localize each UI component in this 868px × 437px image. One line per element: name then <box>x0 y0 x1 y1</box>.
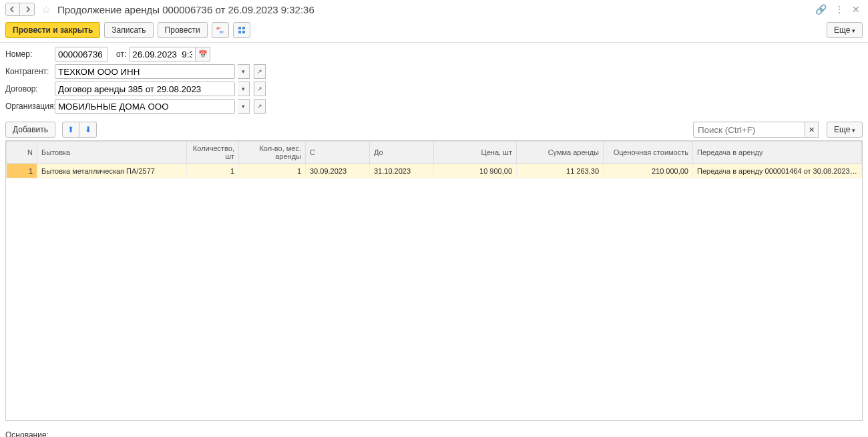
number-label: Номер: <box>5 49 52 59</box>
search-clear-icon[interactable]: ✕ <box>805 122 819 138</box>
org-label: Организация: <box>5 102 52 111</box>
arrow-down-icon: ⬇ <box>85 125 91 134</box>
arrow-up-icon: ⬆ <box>67 125 74 134</box>
contract-dropdown-icon[interactable]: ▾ <box>238 82 250 96</box>
counterparty-open-icon[interactable]: ↗ <box>254 64 266 79</box>
col-price[interactable]: Цена, шт <box>434 142 517 164</box>
close-icon[interactable]: ✕ <box>852 4 860 15</box>
from-date-label: от: <box>116 49 126 59</box>
org-open-icon[interactable]: ↗ <box>254 99 266 114</box>
calendar-icon[interactable]: 📅 <box>196 47 210 61</box>
nav-forward-button[interactable] <box>20 3 35 16</box>
col-n[interactable]: N <box>7 142 37 164</box>
cell-qty[interactable]: 1 <box>187 164 239 178</box>
add-row-button[interactable]: Добавить <box>5 122 55 138</box>
svg-text:Кт: Кт <box>220 30 224 34</box>
move-up-button[interactable]: ⬆ <box>62 122 79 138</box>
svg-rect-2 <box>238 27 241 29</box>
counterparty-label: Контрагент: <box>5 67 52 76</box>
table-more-button[interactable]: Еще <box>827 122 863 138</box>
col-est-value[interactable]: Оценочная стоимость <box>604 142 693 164</box>
nav-back-button[interactable] <box>5 3 20 16</box>
kebab-menu-icon[interactable]: ⋮ <box>835 4 844 15</box>
structure-button[interactable] <box>233 22 250 38</box>
contract-field[interactable] <box>55 82 235 96</box>
post-button[interactable]: Провести <box>158 22 208 38</box>
cell-est-value[interactable]: 210 000,00 <box>604 164 693 178</box>
cell-item[interactable]: Бытовка металлическая ПА/2577 <box>37 164 187 178</box>
cell-n[interactable]: 1 <box>7 164 37 178</box>
counterparty-dropdown-icon[interactable]: ▾ <box>238 64 250 79</box>
col-transfer[interactable]: Передача в аренду <box>693 142 862 164</box>
cell-months[interactable]: 1 <box>239 164 306 178</box>
number-field[interactable] <box>55 47 108 61</box>
contract-open-icon[interactable]: ↗ <box>254 82 266 96</box>
svg-rect-5 <box>242 31 245 33</box>
org-dropdown-icon[interactable]: ▾ <box>238 99 250 114</box>
search-input[interactable] <box>693 122 805 138</box>
col-rent-sum[interactable]: Сумма аренды <box>517 142 604 164</box>
cell-from[interactable]: 30.09.2023 <box>306 164 370 178</box>
svg-rect-3 <box>242 27 245 29</box>
page-title: Продолжение аренды 000006736 от 26.09.20… <box>57 4 813 15</box>
post-and-close-button[interactable]: Провести и закрыть <box>5 22 100 38</box>
counterparty-field[interactable] <box>55 64 235 79</box>
col-item[interactable]: Бытовка <box>37 142 187 164</box>
contract-label: Договор: <box>5 84 52 94</box>
table-row[interactable]: 1 Бытовка металлическая ПА/2577 1 1 30.0… <box>7 164 862 178</box>
org-field[interactable] <box>55 99 235 114</box>
toolbar-more-button[interactable]: Еще <box>827 22 863 38</box>
move-down-button[interactable]: ⬇ <box>79 122 97 138</box>
link-icon[interactable]: 🔗 <box>815 4 827 15</box>
svg-rect-4 <box>238 31 241 33</box>
debit-credit-button[interactable]: Ат Кт <box>212 22 229 38</box>
col-months[interactable]: Кол-во, мес. аренды <box>239 142 306 164</box>
cell-transfer[interactable]: Передача в аренду 000001464 от 30.08.202… <box>693 164 862 178</box>
cell-rent-sum[interactable]: 11 263,30 <box>517 164 604 178</box>
date-field[interactable] <box>129 47 196 61</box>
basis-label: Основание: <box>5 430 59 437</box>
save-button[interactable]: Записать <box>104 22 153 38</box>
col-from[interactable]: С <box>306 142 370 164</box>
favorite-star-icon[interactable]: ☆ <box>41 3 51 16</box>
col-to[interactable]: До <box>370 142 434 164</box>
col-qty[interactable]: Количество, шт <box>187 142 239 164</box>
items-table: N Бытовка Количество, шт Кол-во, мес. ар… <box>6 141 862 178</box>
cell-price[interactable]: 10 900,00 <box>434 164 517 178</box>
cell-to[interactable]: 31.10.2023 <box>370 164 434 178</box>
